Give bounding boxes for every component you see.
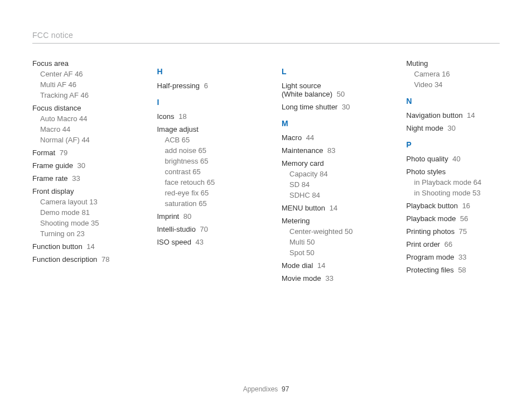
- index-entry: Format 79: [32, 149, 126, 157]
- index-entry: Photo quality 40: [407, 155, 500, 163]
- index-sub-item: Spot 50: [289, 248, 375, 257]
- index-entry-title: Format 79: [32, 149, 126, 157]
- index-entry-title: Protecting files 58: [407, 266, 500, 274]
- index-entry: Function button 14: [32, 242, 126, 251]
- index-entry-page: 78: [99, 255, 109, 264]
- index-entry-page: 14: [315, 261, 325, 270]
- index-entry: Focus distanceAuto Macro 44Macro 44Norma…: [32, 104, 126, 144]
- index-letter: P: [407, 140, 500, 149]
- index-entry-page: 58: [456, 266, 466, 274]
- index-entry-page: 30: [340, 103, 350, 111]
- index-sub-item: Auto Macro 44: [40, 114, 126, 123]
- index-entry-title: Metering: [282, 217, 375, 225]
- index-entry: Print order 66: [407, 240, 500, 248]
- index-entry-page: 6: [202, 82, 208, 90]
- index-entry: Maintenance 83: [282, 146, 375, 155]
- index-entry-title: Focus area: [32, 59, 126, 68]
- index-sub-item: red-eye fix 65: [165, 189, 251, 197]
- index-entry-page: 30: [446, 124, 456, 132]
- index-sub-list: in Playback mode 64in Shooting mode 53: [414, 178, 500, 197]
- index-entry-title: Printing photos 75: [407, 227, 500, 236]
- index-entry-page: 40: [451, 155, 461, 163]
- index-entry-page: 83: [325, 146, 335, 155]
- index-entry-title: Function button 14: [32, 242, 126, 251]
- index-entry: Function description 78: [32, 255, 126, 264]
- index-sub-item: Macro 44: [40, 125, 126, 133]
- index-entry-title: Navigation button 14: [407, 111, 500, 119]
- index-entry-title: Image adjust: [157, 125, 251, 133]
- index-sub-item: contrast 65: [165, 168, 251, 176]
- index-entry-title: Imprint 80: [157, 212, 251, 221]
- index-sub-item: in Playback mode 64: [414, 178, 500, 186]
- index-sub-item: saturation 65: [165, 199, 251, 208]
- index-sub-list: Auto Macro 44Macro 44Normal (AF) 44: [40, 114, 126, 144]
- index-sub-item: Shooting mode 35: [40, 219, 126, 227]
- index-sub-item: add noise 65: [165, 146, 251, 155]
- index-entry: Focus areaCenter AF 46Multi AF 46Trackin…: [32, 59, 126, 99]
- index-entry-page: 56: [458, 214, 468, 223]
- index-entry: Playback button 16: [407, 202, 500, 210]
- index-entry-page: 33: [323, 274, 333, 283]
- index-entry-page: 80: [181, 212, 191, 221]
- index-entry: Memory cardCapacity 84SD 84SDHC 84: [282, 159, 375, 199]
- index-entry-title: Frame guide 30: [32, 161, 126, 170]
- index-sub-item: ACB 65: [165, 136, 251, 144]
- index-entry-title: Print order 66: [407, 240, 500, 248]
- index-sub-item: Camera 16: [414, 70, 500, 78]
- index-entry-title: Function description 78: [32, 255, 126, 264]
- index-column: HHalf-pressing 6IIcons 18Image adjustACB…: [157, 59, 251, 287]
- index-sub-item: Camera layout 13: [40, 198, 126, 206]
- index-entry-page: 43: [194, 238, 204, 246]
- index-entry: MutingCamera 16Video 34: [407, 59, 500, 89]
- index-entry: Night mode 30: [407, 124, 500, 132]
- index-entry-page: 33: [456, 253, 466, 261]
- index-sub-item: Turning on 23: [40, 229, 126, 238]
- index-sub-item: Tracking AF 46: [40, 91, 126, 99]
- index-sub-item: SD 84: [289, 180, 375, 189]
- index-entry-title: MENU button 14: [282, 204, 375, 212]
- index-entry: Program mode 33: [407, 253, 500, 261]
- index-entry: Protecting files 58: [407, 266, 500, 274]
- index-entry-title: Memory card: [282, 159, 375, 168]
- index-entry-page: 75: [457, 227, 467, 236]
- index-letter: M: [282, 119, 375, 128]
- index-entry-title: Macro 44: [282, 133, 375, 142]
- index-entry-title: Night mode 30: [407, 124, 500, 132]
- index-entry: MeteringCenter-weighted 50Multi 50Spot 5…: [282, 217, 375, 257]
- index-entry-title: Muting: [407, 59, 500, 68]
- index-sub-item: Normal (AF) 44: [40, 136, 126, 144]
- index-entry-title: Playback mode 56: [407, 214, 500, 223]
- index-entry: Long time shutter 30: [282, 103, 375, 111]
- index-entry-title: Photo styles: [407, 168, 500, 176]
- index-sub-item: Multi 50: [289, 238, 375, 246]
- index-column: LLight source(White balance) 50Long time…: [282, 59, 375, 287]
- index-entry: Photo stylesin Playback mode 64in Shooti…: [407, 168, 500, 197]
- index-entry-page: 44: [304, 133, 314, 142]
- page: FCC notice Focus areaCenter AF 46Multi A…: [0, 0, 532, 402]
- index-entry-page: 14: [465, 111, 475, 119]
- footer-label: Appendixes: [243, 385, 278, 393]
- index-entry: ISO speed 43: [157, 238, 251, 246]
- index-entry: Playback mode 56: [407, 214, 500, 223]
- index-entry-title: Half-pressing 6: [157, 82, 251, 90]
- index-entry-title: Mode dial 14: [282, 261, 375, 270]
- index-entry-title: Frame rate 33: [32, 174, 126, 183]
- index-sub-list: Center AF 46Multi AF 46Tracking AF 46: [40, 70, 126, 99]
- index-entry-page: 66: [442, 240, 452, 248]
- index-entry-page: 16: [460, 202, 470, 210]
- index-column: MutingCamera 16Video 34NNavigation butto…: [407, 59, 500, 287]
- index-entry-title: ISO speed 43: [157, 238, 251, 246]
- index-sub-list: Capacity 84SD 84SDHC 84: [289, 170, 375, 199]
- index-entry-title: Icons 18: [157, 112, 251, 121]
- index-letter: H: [157, 67, 251, 76]
- index-entry-title: Maintenance 83: [282, 146, 375, 155]
- index-entry: Intelli-studio 70: [157, 225, 251, 233]
- index-entry: Macro 44: [282, 133, 375, 142]
- index-entry-title: Intelli-studio 70: [157, 225, 251, 233]
- index-entry-title: Movie mode 33: [282, 274, 375, 283]
- index-entry-page: 18: [177, 112, 187, 121]
- index-column: Focus areaCenter AF 46Multi AF 46Trackin…: [32, 59, 126, 287]
- index-entry: Movie mode 33: [282, 274, 375, 283]
- index-sub-list: Camera layout 13Demo mode 81Shooting mod…: [40, 198, 126, 238]
- index-entry: Light source(White balance) 50: [282, 82, 375, 98]
